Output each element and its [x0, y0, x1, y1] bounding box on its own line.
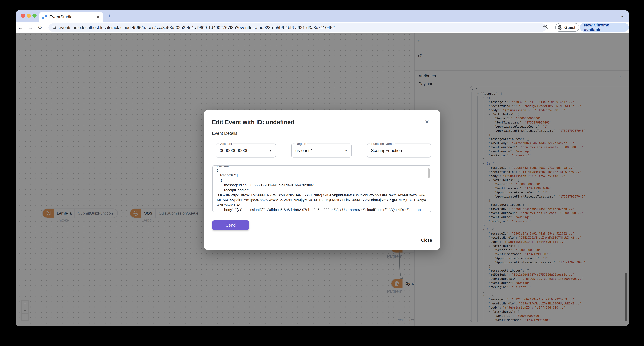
page-content: Lambda SubmitQuizFunction → SQS QuizSubm… — [16, 33, 629, 326]
dropdown-caret-icon[interactable]: ▼ — [269, 149, 272, 152]
browser-tab[interactable]: EventStudio ✕ — [39, 12, 103, 22]
screenshot-root: EventStudio ✕ + ⌄ ← → ⟳ eventstudio.loca… — [0, 0, 644, 346]
browser-menu-icon[interactable]: ⋮ — [622, 25, 626, 30]
region-label: Region — [294, 142, 307, 146]
site-settings-icon[interactable] — [52, 25, 56, 30]
send-button[interactable]: Send — [212, 220, 249, 230]
browser-toolbar: ← → ⟳ eventstudio.localhost.localstack.c… — [16, 22, 629, 33]
payload-label: Payload — [216, 165, 230, 167]
close-button[interactable]: Close — [421, 238, 432, 243]
eventstudio-favicon-icon — [42, 15, 47, 19]
payload-textarea[interactable]: Payload { "Records": [ { "messageId": "6… — [212, 165, 431, 212]
modal-title: Edit Event with ID: undefined — [212, 119, 294, 126]
payload-text: { "Records": [ { "messageId": "65032221-… — [217, 168, 427, 212]
function-name-value: ScoringFunction — [371, 148, 427, 153]
payload-scrollbar-thumb[interactable] — [428, 168, 430, 178]
chrome-update-label: New Chrome available — [584, 23, 620, 32]
event-details-label: Event Details — [212, 131, 238, 136]
function-name-label: Function Name — [370, 142, 395, 146]
address-bar[interactable]: eventstudio.localhost.localstack.cloud:4… — [48, 24, 546, 32]
profile-button[interactable]: Guest — [555, 23, 580, 32]
forward-icon[interactable]: → — [26, 24, 35, 31]
reload-icon[interactable]: ⟳ — [35, 25, 45, 30]
region-value: us-east-1 — [295, 148, 344, 153]
window-minimize-button[interactable] — [27, 14, 31, 18]
avatar-icon — [558, 25, 563, 30]
zoom-out-icon[interactable] — [543, 24, 548, 30]
account-value: 000000000000 — [220, 148, 269, 153]
tab-strip: EventStudio ✕ + ⌄ — [16, 10, 629, 22]
tab-close-icon[interactable]: ✕ — [96, 15, 101, 19]
modal-close-icon[interactable]: ✕ — [425, 119, 429, 125]
chrome-update-button[interactable]: New Chrome available ⋮ — [580, 23, 629, 32]
edit-event-modal: Edit Event with ID: undefined ✕ Event De… — [204, 110, 440, 250]
window-close-button[interactable] — [21, 14, 25, 18]
function-name-field[interactable]: Function Name ScoringFunction — [367, 143, 431, 157]
window-zoom-button[interactable] — [32, 14, 36, 18]
back-icon[interactable]: ← — [16, 24, 26, 31]
region-select[interactable]: Region us-east-1 ▼ — [291, 143, 352, 157]
profile-label: Guest — [564, 25, 575, 30]
browser-window: EventStudio ✕ + ⌄ ← → ⟳ eventstudio.loca… — [16, 10, 629, 326]
tab-search-icon[interactable]: ⌄ — [620, 13, 624, 18]
page-scrollbar-thumb[interactable] — [625, 273, 627, 321]
tab-title: EventStudio — [49, 14, 96, 20]
dropdown-caret-icon[interactable]: ▼ — [344, 149, 348, 152]
account-label: Account — [219, 142, 233, 146]
new-tab-button[interactable]: + — [108, 13, 111, 19]
account-select[interactable]: Account 000000000000 ▼ — [216, 143, 276, 157]
url-text: eventstudio.localhost.localstack.cloud:4… — [59, 25, 335, 30]
